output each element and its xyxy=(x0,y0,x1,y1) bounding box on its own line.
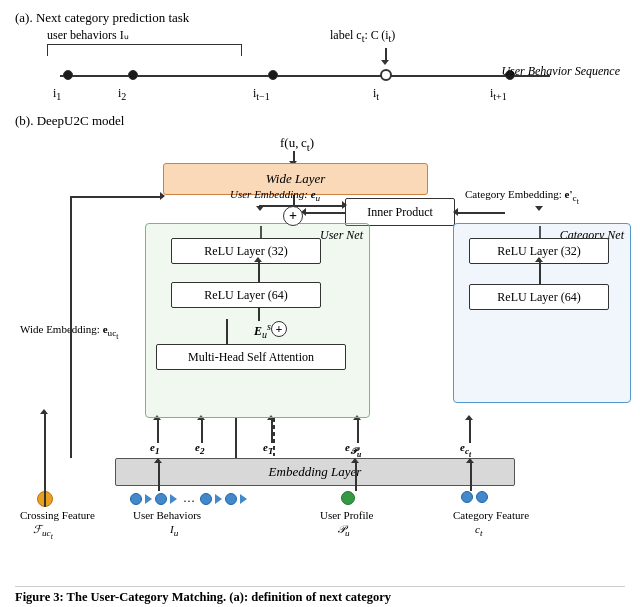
seq-label-it+1: it+1 xyxy=(490,86,507,102)
section-a: (a). Next category prediction task user … xyxy=(15,10,625,108)
user-behaviors-bottom-label: User Behaviors xyxy=(133,509,201,521)
user-relu32-up-arrowhead xyxy=(256,206,264,211)
attn-to-relu64-arrow-left xyxy=(226,319,228,344)
user-net-label: User Net xyxy=(320,228,363,243)
user-behaviors-label: user behaviors Iᵤ xyxy=(47,28,129,43)
seq-label-i2: i2 xyxy=(118,86,126,102)
eu-plus-circle: + xyxy=(271,321,287,337)
ub2-to-emb-arrow xyxy=(158,463,160,491)
caption-area: Figure 3: The User-Category Matching. (a… xyxy=(15,586,625,605)
category-net-box: Category Net ReLU Layer (32) ReLU Layer … xyxy=(453,223,631,403)
seq-label-it: it xyxy=(373,86,379,102)
relu64-to-relu32-arrow xyxy=(258,260,260,282)
seq-dashed-line xyxy=(205,75,270,77)
user-behaviors-circles: … xyxy=(130,491,248,506)
attn-wide-embed-arrow xyxy=(235,418,237,458)
category-feature-circles xyxy=(461,491,488,503)
user-net-box: User Net ReLU Layer (32) ReLU Layer (64)… xyxy=(145,223,370,418)
cat-to-inner-h-arrow xyxy=(455,212,505,214)
cat-relu32-to-64-arrow xyxy=(539,260,541,284)
label-ct-arrowhead xyxy=(381,60,389,65)
seq-label-i1: i1 xyxy=(53,86,61,102)
cat-to-emb-arrow xyxy=(470,461,472,491)
category-feature-label: Category Feature xyxy=(453,509,529,521)
relu64-to-eu-arrow xyxy=(258,308,260,321)
up-to-emb-arrow xyxy=(355,461,357,491)
crossing-feature-var: ℱuct xyxy=(33,523,53,541)
emb-to-e2-arrow xyxy=(201,418,203,443)
model-area: f(u, ct) Wide Layer + Inner Product xyxy=(15,133,625,563)
wide-embed-to-wide-arrowhead xyxy=(160,192,165,200)
cat-to-inner-arrowhead xyxy=(453,208,458,216)
e1-label: e1 xyxy=(150,441,159,456)
wide-embed-vert-line xyxy=(70,303,72,458)
cat-relu64-box: ReLU Layer (64) xyxy=(469,284,609,310)
relu64-to-relu32-arrowhead xyxy=(254,257,262,262)
cat-relu32-up-arrowhead xyxy=(535,206,543,211)
seq-dot-it-1 xyxy=(268,70,278,80)
f-uc-label: f(u, ct) xyxy=(280,135,314,153)
section-b: (b). DeepU2C model f(u, ct) Wide Layer +… xyxy=(15,113,625,563)
cat-to-emb-arrowhead xyxy=(466,458,474,463)
user-behaviors-var: Iu xyxy=(170,523,178,538)
e2-label: e2 xyxy=(195,441,204,456)
section-a-label: (a). Next category prediction task xyxy=(15,10,625,26)
user-profile-var: 𝒫u xyxy=(337,523,350,538)
user-behavior-seq-label: User Behavior Sequence xyxy=(501,64,620,79)
crossing-feature-label: Crossing Feature xyxy=(20,509,95,521)
user-profile-circle xyxy=(341,491,355,505)
seq-dot-it xyxy=(380,69,392,81)
emb-to-e1-arrow xyxy=(157,418,159,443)
label-ct-text: label ct: C (it) xyxy=(330,28,395,44)
seq-label-it-1: it−1 xyxy=(253,86,270,102)
eu-superscript: Eus xyxy=(254,321,271,340)
seq-dot-i1 xyxy=(63,70,73,80)
section-b-label: (b). DeepU2C model xyxy=(15,113,625,129)
user-to-inner-arrowhead xyxy=(342,201,347,209)
caption-text: Figure 3: The User-Category Matching. (a… xyxy=(15,590,625,605)
inner-product-to-plus-arrow xyxy=(305,212,345,214)
ePu-label: e𝒫u xyxy=(345,441,361,459)
crossing-to-wide-embed-arrowhead xyxy=(40,409,48,414)
crossing-to-wide-embed-arrow xyxy=(44,411,46,491)
sequence-area: user behaviors Iᵤ label ct: C (it) i1 i2… xyxy=(35,28,625,108)
crossing-circle-to-arrow xyxy=(44,491,46,507)
eCt-label: ect xyxy=(460,441,471,459)
user-relu32-box: ReLU Layer (32) xyxy=(171,238,321,264)
embedding-layer-box: Embedding Layer xyxy=(115,458,515,486)
multi-head-attn-box: Multi-Head Self Attention xyxy=(156,344,346,370)
user-relu64-box: ReLU Layer (64) xyxy=(171,282,321,308)
cat-relu32-to-64-arrowhead xyxy=(535,257,543,262)
emb-to-ePu-arrow xyxy=(357,418,359,443)
emb-to-eCt-arrowhead xyxy=(465,415,473,420)
category-var: ct xyxy=(475,523,482,538)
category-embedding-label: Category Embedding: e'ct xyxy=(465,188,579,206)
plus-circle: + xyxy=(283,206,303,226)
emb-to-eCt-arrow xyxy=(469,418,471,443)
user-embedding-label: User Embedding: eu xyxy=(230,188,320,203)
eT-to-attn-dashed xyxy=(273,418,275,456)
inner-product-box: Inner Product xyxy=(345,198,455,226)
user-profile-label: User Profile xyxy=(320,509,373,521)
user-behaviors-brace xyxy=(47,44,242,56)
up-to-emb-arrowhead xyxy=(351,458,359,463)
user-to-inner-h-arrow xyxy=(259,205,345,207)
wide-embed-h-arrow xyxy=(70,196,163,198)
eT-label: eT xyxy=(263,441,273,456)
wide-embed-to-wide-vert xyxy=(70,196,72,303)
seq-dot-i2 xyxy=(128,70,138,80)
main-container: (a). Next category prediction task user … xyxy=(0,0,640,607)
